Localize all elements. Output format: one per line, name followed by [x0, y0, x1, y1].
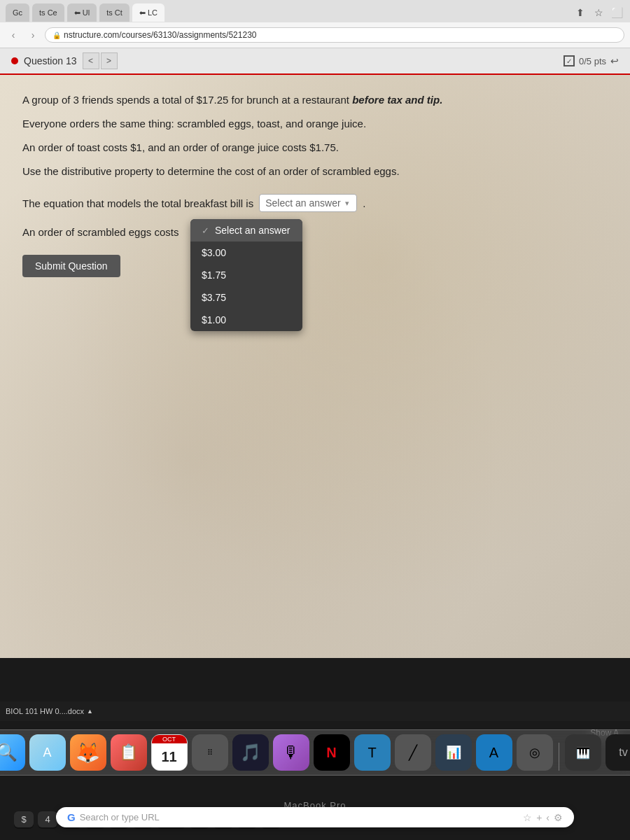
- main-content: A group of 3 friends spends a total of $…: [0, 75, 630, 658]
- back-button[interactable]: ‹: [6, 27, 21, 43]
- search-bar[interactable]: G Search or type URL ☆ + ‹ ⚙: [56, 807, 574, 827]
- key-dollar[interactable]: $: [14, 811, 34, 827]
- taskbar: BIOL 101 HW 0....docx ▲: [0, 701, 630, 721]
- dock: 🔍 A 🦊 📋 OCT 11 ⠿ 🎵 🎙 N T ╱ 📊 A ◎ 🎹 tv: [0, 729, 630, 776]
- question-label: Question 13: [24, 55, 77, 66]
- next-question-button[interactable]: >: [101, 52, 118, 69]
- dock-icon-app5[interactable]: 📊: [435, 734, 472, 771]
- calendar-month: OCT: [152, 735, 187, 743]
- calendar-day: 11: [161, 743, 176, 770]
- dropdown-option-1[interactable]: $3.00: [190, 241, 302, 264]
- question-nav: Question 13 < >: [11, 52, 118, 69]
- search-placeholder: Search or type URL: [80, 812, 160, 822]
- equation-select-text: Select an answer: [265, 197, 340, 209]
- lock-icon: 🔒: [52, 31, 61, 39]
- tab-bar: Gc ts Ce ⬅ Ul ts Ct ⬅ LC ⬆ ☆ ⬜: [0, 0, 630, 22]
- check-icon: ✓: [202, 225, 209, 236]
- search-bar-row: G Search or type URL ☆ + ‹ ⚙: [56, 807, 574, 827]
- question-text: A group of 3 friends spends a total of $…: [22, 92, 608, 180]
- taskbar-item-doc[interactable]: BIOL 101 HW 0....docx ▲: [6, 707, 93, 715]
- eggs-prefix: An order of scrambled eggs costs: [22, 226, 178, 238]
- option-1-value: $3.00: [202, 247, 226, 258]
- address-text: nstructure.com/courses/63130/assignments…: [64, 30, 257, 40]
- dock-icon-preview[interactable]: 📋: [111, 734, 147, 771]
- option-2-value: $1.75: [202, 270, 226, 281]
- dock-icon-app6[interactable]: A: [476, 734, 512, 771]
- nav-arrows: < >: [83, 52, 118, 69]
- star-icon[interactable]: ☆: [591, 5, 606, 20]
- question-bullet: [11, 57, 18, 64]
- option-4-value: $1.00: [202, 314, 226, 326]
- dock-area: Show A 🔍 A 🦊 📋 OCT 11 ⠿ 🎵 🎙 N T ╱ 📊 A ◎ …: [0, 721, 630, 784]
- dropdown-header-text: Select an answer: [215, 225, 290, 236]
- dock-icon-chrome[interactable]: A: [29, 734, 66, 771]
- dock-icon-tv[interactable]: tv: [606, 734, 631, 771]
- taskbar-doc-name: BIOL 101 HW 0....docx: [6, 707, 84, 715]
- question-line1: A group of 3 friends spends a total of $…: [22, 92, 608, 108]
- search-gear-icon: ⚙: [554, 812, 563, 823]
- pts-badge: ✓ 0/5 pts ↩: [564, 55, 619, 66]
- prev-question-button[interactable]: <: [83, 52, 99, 69]
- search-chevron-icon: ‹: [546, 812, 550, 823]
- square-icon[interactable]: ⬜: [609, 5, 624, 20]
- undo-icon: ↩: [610, 55, 619, 66]
- key-4[interactable]: 4: [38, 811, 57, 827]
- tab-lc[interactable]: ⬅ LC: [132, 4, 164, 22]
- question-line4: Use the distributive property to determi…: [22, 163, 608, 180]
- share-icon[interactable]: ⬆: [573, 5, 588, 20]
- dock-icon-app4[interactable]: ╱: [395, 734, 431, 771]
- dock-icon-app3[interactable]: T: [354, 734, 391, 771]
- option-3-value: $3.75: [202, 292, 226, 303]
- pts-checkbox-icon: ✓: [564, 55, 575, 66]
- pts-label: 0/5 pts: [579, 56, 606, 66]
- address-bar-row: ‹ › 🔒 nstructure.com/courses/63130/assig…: [0, 22, 630, 48]
- answer-dropdown-menu[interactable]: ✓ Select an answer $3.00 $1.75 $3.75 $1.…: [190, 219, 302, 331]
- question-line2: Everyone orders the same thing: scramble…: [22, 115, 608, 132]
- dropdown-header-item[interactable]: ✓ Select an answer: [190, 219, 302, 241]
- tab-gc[interactable]: Gc: [6, 4, 29, 22]
- dock-icon-notes[interactable]: 🦊: [70, 734, 106, 771]
- dock-icon-app2[interactable]: 🎵: [232, 734, 269, 771]
- google-g-icon: G: [67, 811, 76, 823]
- dock-icon-finder[interactable]: 🔍: [0, 734, 25, 771]
- search-star-icon: ☆: [523, 812, 532, 823]
- tab-ul[interactable]: ⬅ Ul: [67, 4, 97, 22]
- period-after-equation: .: [363, 197, 365, 209]
- question-line3: An order of toast costs $1, and an order…: [22, 139, 608, 156]
- address-bar[interactable]: 🔒 nstructure.com/courses/63130/assignmen…: [45, 27, 624, 43]
- equation-prefix: The equation that models the total break…: [22, 197, 253, 209]
- dock-icon-app1[interactable]: ⠿: [192, 734, 228, 771]
- dropdown-option-3[interactable]: $3.75: [190, 286, 302, 309]
- equation-dropdown[interactable]: Select an answer ▾: [259, 194, 357, 212]
- question-line1-text: A group of 3 friends spends a total of $…: [22, 94, 352, 106]
- equation-row: The equation that models the total break…: [22, 194, 608, 212]
- canvas-header: Question 13 < > ✓ 0/5 pts ↩: [0, 48, 630, 75]
- search-plus-icon: +: [536, 812, 542, 823]
- browser-chrome: Gc ts Ce ⬅ Ul ts Ct ⬅ LC ⬆ ☆ ⬜ ‹ › 🔒 nst…: [0, 0, 630, 48]
- dropdown-option-4[interactable]: $1.00: [190, 309, 302, 331]
- dock-icon-podcast[interactable]: 🎙: [273, 734, 309, 771]
- question-bold-italic: before tax and tip.: [352, 94, 442, 106]
- tab-ts-ct[interactable]: ts Ct: [99, 4, 130, 22]
- dock-icon-calendar[interactable]: OCT 11: [151, 734, 188, 771]
- scrambled-eggs-row: An order of scrambled eggs costs ✓ Selec…: [22, 226, 608, 238]
- dock-icon-netflix[interactable]: N: [314, 734, 350, 771]
- dock-divider: [559, 743, 559, 771]
- tab-ts-ce[interactable]: ts Ce: [32, 4, 64, 22]
- chevron-down-icon: ▾: [345, 199, 349, 208]
- dock-icon-app7[interactable]: ◎: [517, 734, 553, 771]
- dock-icon-piano[interactable]: 🎹: [565, 734, 601, 771]
- submit-question-button[interactable]: Submit Question: [22, 255, 120, 277]
- forward-button[interactable]: ›: [25, 27, 41, 43]
- taskbar-caret-icon: ▲: [87, 708, 93, 715]
- dropdown-option-2[interactable]: $1.75: [190, 264, 302, 286]
